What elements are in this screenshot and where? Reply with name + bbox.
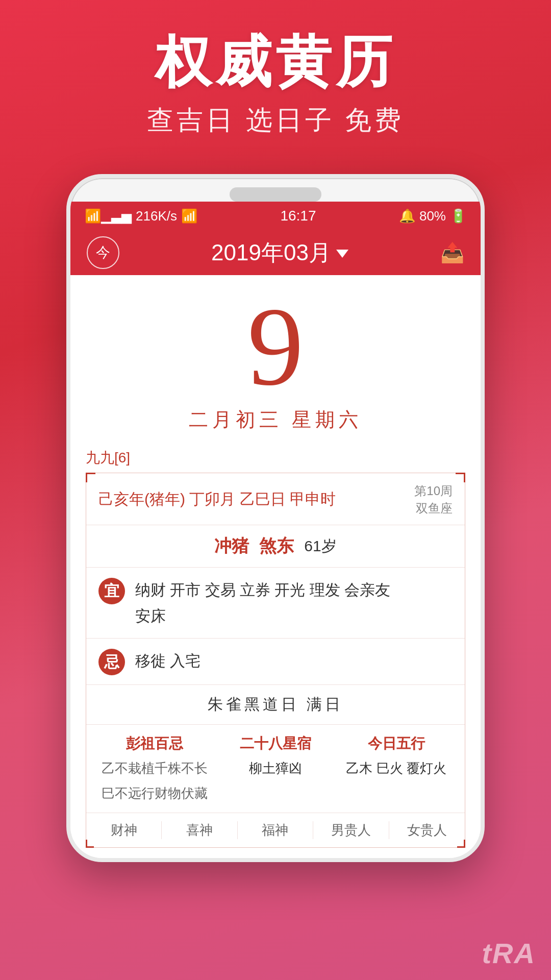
alarm-icon: 🔔	[399, 208, 415, 224]
pengzu-col: 彭祖百忌 乙不栽植千株不长 巳不远行财物伏藏	[98, 734, 211, 803]
main-title: 权威黄历	[155, 31, 396, 92]
wifi-icon: 📶	[181, 208, 197, 224]
bottom-grid: 彭祖百忌 乙不栽植千株不长 巳不远行财物伏藏 二十八星宿 柳土獐凶 今日五行 乙…	[86, 725, 465, 813]
date-display: 9 二月初三 星期六	[70, 275, 481, 443]
phone-speaker	[230, 187, 321, 202]
wuxing-title: 今日五行	[368, 734, 425, 753]
status-left: 📶▁▃▅ 216K/s 📶	[85, 208, 197, 224]
status-bar: 📶▁▃▅ 216K/s 📶 16:17 🔔 80% 🔋	[70, 202, 481, 230]
ganzhi-text: 己亥年(猪年) 丁卯月 乙巳日 甲申时	[98, 489, 336, 510]
time-display: 16:17	[280, 208, 316, 224]
ganzhi-row: 己亥年(猪年) 丁卯月 乙巳日 甲申时 第10周 双鱼座	[86, 473, 465, 525]
main-content: 9 二月初三 星期六 九九[6] 己亥年(猪年) 丁卯月 乙巳日 甲申时 第10…	[70, 275, 481, 858]
ji-content: 移徙 入宅	[135, 648, 453, 674]
dropdown-arrow-icon	[336, 250, 348, 258]
month-display: 2019年03月	[211, 238, 331, 268]
footer-item: 福神	[238, 821, 313, 839]
watermark-area: tRA	[0, 932, 551, 980]
heidao-row: 朱雀黑道日 满日	[86, 685, 465, 725]
ji-row: 忌 移徙 入宅	[86, 639, 465, 685]
wuxing-col: 今日五行 乙木 巳火 覆灯火	[340, 734, 453, 803]
chong-text: 冲猪	[214, 534, 249, 558]
watermark-text: tRA	[482, 937, 536, 970]
month-selector[interactable]: 2019年03月	[211, 238, 348, 268]
footer-item: 喜神	[162, 821, 237, 839]
battery-percent: 80%	[419, 208, 446, 224]
app-header: 今 2019年03月 📤	[70, 230, 481, 275]
xingxiu-title: 二十八星宿	[240, 734, 311, 753]
pengzu-line1: 乙不栽植千株不长	[102, 758, 208, 778]
zodiac-label: 双鱼座	[414, 500, 453, 517]
heidao-text: 朱雀黑道日 满日	[208, 694, 343, 715]
day-number: 9	[247, 290, 304, 403]
phone-mockup: 📶▁▃▅ 216K/s 📶 16:17 🔔 80% 🔋 今 2019年03月 📤…	[66, 174, 485, 862]
pengzu-title: 彭祖百忌	[126, 734, 183, 753]
chong-row: 冲猪 煞东 61岁	[86, 525, 465, 568]
info-section: 九九[6] 己亥年(猪年) 丁卯月 乙巳日 甲申时 第10周 双鱼座 冲猪 煞东	[70, 443, 481, 858]
battery-icon: 🔋	[450, 208, 466, 224]
sub-title: 查吉日 选日子 免费	[147, 103, 405, 138]
footer-item: 男贵人	[313, 821, 389, 839]
age-text: 61岁	[304, 536, 336, 557]
top-section: 权威黄历 查吉日 选日子 免费	[0, 0, 551, 159]
pengzu-line2: 巳不远行财物伏藏	[102, 783, 208, 803]
today-label: 今	[96, 243, 110, 262]
lunar-date: 二月初三 星期六	[189, 407, 363, 433]
footer-item: 女贵人	[389, 821, 465, 839]
week-label: 第10周	[414, 482, 453, 500]
today-button[interactable]: 今	[87, 236, 119, 269]
yi-row: 宜 纳财 开市 交易 立券 开光 理发 会亲友 安床	[86, 568, 465, 639]
week-info: 第10周 双鱼座	[414, 482, 453, 517]
footer-item: 财神	[86, 821, 162, 839]
xingxiu-value: 柳土獐凶	[249, 758, 302, 778]
signal-icon: 📶▁▃▅	[85, 208, 132, 224]
xingxiu-col: 二十八星宿 柳土獐凶	[219, 734, 332, 803]
sha-text: 煞东	[259, 534, 294, 558]
detail-card: 己亥年(猪年) 丁卯月 乙巳日 甲申时 第10周 双鱼座 冲猪 煞东 61岁 宜…	[86, 473, 465, 848]
yi-badge: 宜	[98, 578, 125, 604]
wuxing-value: 乙木 巳火 覆灯火	[346, 758, 446, 778]
corner-bl	[86, 840, 94, 848]
yi-content: 纳财 开市 交易 立券 开光 理发 会亲友 安床	[135, 577, 453, 629]
ji-badge: 忌	[98, 649, 125, 675]
corner-br	[457, 840, 465, 848]
share-button[interactable]: 📤	[440, 241, 464, 264]
jiu-label: 九九[6]	[86, 448, 465, 468]
status-right: 🔔 80% 🔋	[399, 208, 466, 224]
footer-row: 财神喜神福神男贵人女贵人	[86, 813, 465, 847]
network-speed: 216K/s	[136, 208, 177, 224]
